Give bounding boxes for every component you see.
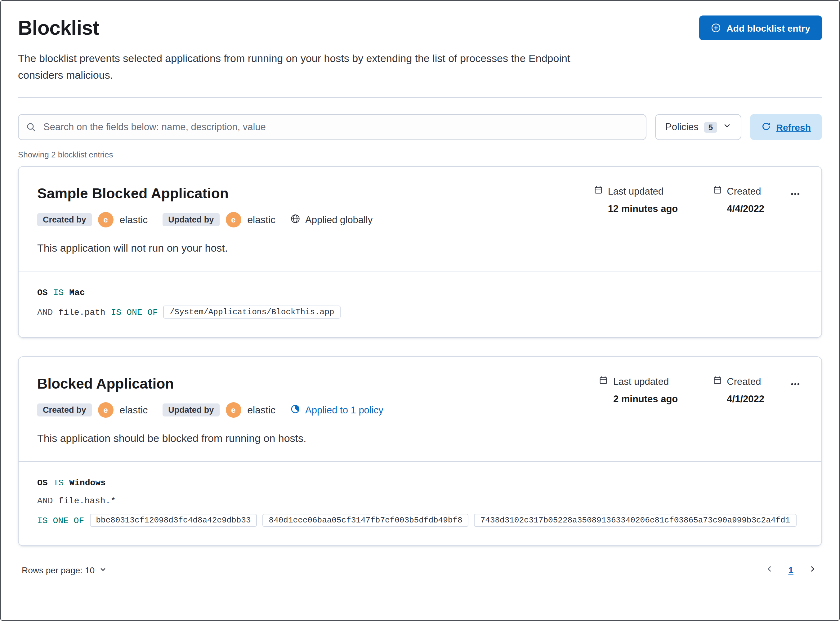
updated-by-name: elastic — [247, 405, 275, 416]
applied-scope-label: Applied to 1 policy — [305, 405, 383, 416]
table-footer: Rows per page: 10 1 — [18, 562, 822, 582]
policies-filter-label: Policies — [665, 122, 699, 133]
boxes-horizontal-icon — [790, 192, 800, 201]
entry-card-header-left: Sample Blocked Application Created by e … — [37, 186, 372, 228]
boxes-horizontal-icon — [790, 382, 800, 391]
chevron-down-icon — [99, 565, 106, 575]
criteria-value-box: bbe80313cf12098d3fc4d8a42e9dbb33 — [90, 514, 257, 527]
criteria-conj-token: AND — [37, 496, 53, 506]
criteria-field-token: OS — [37, 478, 48, 488]
calendar-icon — [712, 376, 722, 388]
entry-actions-menu-button[interactable] — [788, 377, 803, 394]
criteria-op-token: IS ONE OF — [37, 516, 84, 526]
created-by-name: elastic — [120, 214, 148, 226]
chevron-left-icon — [765, 565, 773, 576]
last-updated-label: Last updated — [608, 186, 664, 197]
criteria-value-token: Mac — [69, 288, 85, 298]
created-label: Created — [727, 186, 761, 197]
partial-policy-icon — [290, 404, 300, 417]
entry-card-header-right: Last updated 12 minutes ago Created 4/4/… — [594, 186, 803, 215]
last-updated-column: Last updated 12 minutes ago — [594, 186, 678, 215]
created-by-badge: Created by — [37, 214, 92, 227]
last-updated-column: Last updated 2 minutes ago — [599, 376, 678, 405]
criteria-value-box: 7438d3102c317b05228a350891363340206e81cf… — [474, 514, 797, 527]
policies-count-badge: 5 — [704, 122, 717, 133]
criteria-plain-token: file.hash.* — [58, 496, 116, 506]
blocklist-page: Blocklist Add blocklist entry The blockl… — [1, 1, 839, 590]
entry-meta-row: Created by e elastic Updated by e elasti… — [37, 403, 383, 418]
entry-title: Sample Blocked Application — [37, 186, 372, 202]
page-description: The blocklist prevents selected applicat… — [18, 50, 595, 84]
entry-title: Blocked Application — [37, 376, 383, 392]
add-blocklist-entry-button[interactable]: Add blocklist entry — [699, 15, 822, 40]
criteria-line: OSISMac — [37, 288, 803, 298]
criteria-value-token: Windows — [69, 478, 106, 488]
created-column: Created 4/4/2022 — [712, 186, 764, 215]
last-updated-value: 2 minutes ago — [613, 394, 678, 405]
chevron-down-icon — [723, 122, 731, 133]
last-updated-value: 12 minutes ago — [608, 204, 678, 215]
add-blocklist-entry-label: Add blocklist entry — [726, 23, 810, 33]
blocklist-entry-card: Blocked Application Created by e elastic… — [18, 357, 822, 546]
criteria-value-box: 840d1eee06baa05cf3147fb7ef003b5dfdb49bf8 — [263, 514, 469, 527]
criteria-line: OSISWindows — [37, 478, 803, 488]
calendar-icon — [599, 376, 608, 388]
previous-page-button[interactable] — [762, 562, 776, 578]
page-1-button[interactable]: 1 — [786, 563, 796, 577]
refresh-icon — [761, 121, 771, 133]
applied-policy-link[interactable]: Applied to 1 policy — [290, 404, 383, 417]
updated-by-name: elastic — [247, 214, 275, 226]
created-value: 4/1/2022 — [727, 394, 764, 405]
created-by-badge: Created by — [37, 404, 92, 417]
criteria-field-token: OS — [37, 288, 48, 298]
avatar: e — [225, 403, 241, 418]
refresh-button[interactable]: Refresh — [750, 114, 822, 140]
entry-card-header: Blocked Application Created by e elastic… — [18, 357, 822, 418]
scale-wrapper: Blocklist Add blocklist entry The blockl… — [0, 0, 840, 621]
applied-scope: Applied globally — [290, 214, 372, 226]
created-label: Created — [727, 376, 761, 387]
entry-card-header: Sample Blocked Application Created by e … — [18, 167, 822, 228]
results-count: Showing 2 blocklist entries — [18, 150, 822, 160]
next-page-button[interactable] — [806, 562, 820, 578]
criteria-value-box: /System/Applications/BlockThis.app — [164, 306, 340, 319]
policies-filter-button[interactable]: Policies 5 — [655, 114, 741, 140]
pagination: 1 — [762, 562, 820, 578]
blocklist-entry-card: Sample Blocked Application Created by e … — [18, 167, 822, 338]
avatar: e — [225, 212, 241, 228]
avatar: e — [98, 403, 114, 418]
calendar-icon — [594, 186, 603, 197]
entry-description: This application should be blocked from … — [18, 433, 822, 445]
criteria-line: IS ONE OFbbe80313cf12098d3fc4d8a42e9dbb3… — [37, 514, 803, 527]
criteria-op-token: IS ONE OF — [111, 307, 158, 317]
rows-per-page-button[interactable]: Rows per page: 10 — [20, 563, 108, 578]
updated-by-badge: Updated by — [163, 214, 219, 227]
search-box — [18, 114, 647, 140]
entry-actions-menu-button[interactable] — [788, 187, 803, 204]
applied-scope-label: Applied globally — [305, 214, 372, 226]
entry-card-header-left: Blocked Application Created by e elastic… — [37, 376, 383, 418]
criteria-plain-token: file.path — [58, 307, 105, 317]
entry-meta-row: Created by e elastic Updated by e elasti… — [37, 212, 372, 228]
created-by-name: elastic — [120, 405, 148, 416]
avatar: e — [98, 212, 114, 228]
criteria-conj-token: AND — [37, 307, 53, 317]
rows-per-page-label: Rows per page: 10 — [22, 565, 95, 575]
created-value: 4/4/2022 — [727, 204, 764, 215]
refresh-label: Refresh — [776, 122, 811, 133]
page-title: Blocklist — [18, 17, 99, 39]
entry-description: This application will not run on your ho… — [18, 242, 822, 255]
controls-row: Policies 5 Refresh — [18, 114, 822, 140]
search-input[interactable] — [18, 114, 647, 140]
entry-criteria: OSISWindowsANDfile.hash.*IS ONE OFbbe803… — [18, 462, 822, 546]
updated-by-badge: Updated by — [163, 404, 219, 417]
criteria-line: ANDfile.hash.* — [37, 496, 803, 506]
entry-criteria: OSISMacANDfile.pathIS ONE OF/System/Appl… — [18, 272, 822, 338]
search-icon — [26, 123, 36, 135]
created-column: Created 4/1/2022 — [712, 376, 764, 405]
calendar-icon — [712, 186, 722, 197]
criteria-line: ANDfile.pathIS ONE OF/System/Application… — [37, 306, 803, 319]
globe-icon — [290, 214, 300, 226]
header-divider — [18, 98, 822, 98]
criteria-op-token: IS — [53, 478, 64, 488]
